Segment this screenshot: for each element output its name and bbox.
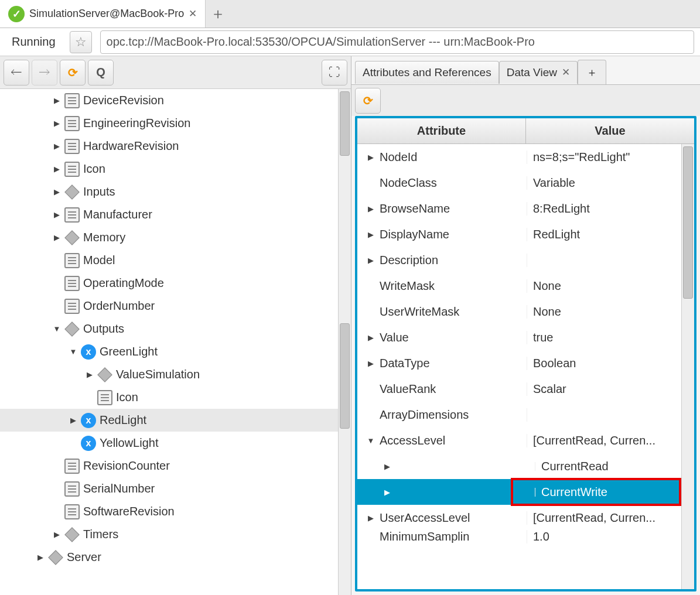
expander-icon[interactable]: ▶ (366, 514, 376, 522)
expander-icon[interactable]: ▶ (52, 142, 62, 151)
expander-icon[interactable]: ▶ (366, 230, 376, 239)
attribute-row[interactable]: ▶NodeIdns=8;s="RedLight" (357, 144, 694, 170)
attribute-name: DataType (380, 357, 430, 370)
tree-node[interactable]: ▶ValueSimulation (0, 363, 351, 386)
expander-icon[interactable]: ▶ (52, 233, 62, 242)
tree-node[interactable]: ▶Manufacturer (0, 203, 351, 226)
expander-icon[interactable]: ▶ (366, 359, 376, 368)
tree-node[interactable]: ▶Memory (0, 226, 351, 249)
tab-attributes[interactable]: Attributes and References (355, 61, 499, 84)
tree-node[interactable]: ▼xGreenLight (0, 340, 351, 363)
property-icon (64, 459, 80, 474)
search-button[interactable]: Q (88, 60, 114, 86)
tree-node[interactable]: ▶EngineeringRevision (0, 112, 351, 135)
favorite-button[interactable]: ☆ (70, 31, 92, 53)
object-icon (64, 184, 80, 200)
expander-icon[interactable]: ▶ (52, 187, 62, 196)
attribute-row[interactable]: ValueRankScalar (357, 376, 694, 402)
attribute-name: UserWriteMask (380, 305, 459, 319)
tree-node[interactable]: ▶Inputs (0, 180, 351, 203)
attribute-value: Scalar (527, 382, 694, 396)
tree-node[interactable]: xYellowLight (0, 432, 351, 454)
expander-icon[interactable]: ▶ (84, 370, 95, 379)
tree-scrollbar[interactable] (338, 89, 351, 595)
expander-icon[interactable]: ▶ (35, 553, 46, 562)
attribute-row[interactable]: ▶CurrentWrite (357, 479, 694, 505)
attribute-value: 1.0 (527, 530, 694, 543)
arrow-right-icon: 🡒 (39, 66, 50, 79)
expander-icon[interactable]: ▼ (52, 324, 62, 333)
attribute-row[interactable]: ▶DisplayNameRedLight (357, 221, 694, 247)
attr-scrollbar[interactable] (681, 144, 694, 589)
attribute-name: Description (380, 254, 438, 267)
expand-button[interactable]: ⛶ (322, 60, 347, 86)
expander-icon[interactable]: ▼ (68, 347, 78, 356)
tree-node-label: HardwareRevision (83, 139, 179, 153)
tree-node[interactable]: ▶HardwareRevision (0, 135, 351, 158)
tree-node[interactable]: ▶Timers (0, 523, 351, 546)
attribute-row[interactable]: ▶BrowseName8:RedLight (357, 196, 694, 221)
attribute-value: ns=8;s="RedLight" (527, 151, 694, 164)
refresh-button[interactable]: ⟳ (60, 60, 86, 86)
expander-icon[interactable]: ▶ (366, 333, 376, 342)
tree-node[interactable]: ▶xRedLight (0, 409, 351, 432)
attribute-row[interactable]: ▶UserAccessLevel[CurrentRead, Curren... (357, 505, 694, 531)
property-icon (64, 253, 80, 268)
status-row: Running ☆ opc.tcp://MacBook-Pro.local:53… (0, 28, 700, 56)
attribute-row[interactable]: ▶Description (357, 247, 694, 273)
tree-node[interactable]: OperatingMode (0, 272, 351, 295)
expander-icon[interactable]: ▶ (382, 488, 392, 497)
tree-node[interactable]: OrderNumber (0, 295, 351, 317)
expander-icon[interactable]: ▶ (366, 204, 376, 213)
attribute-row[interactable]: WriteMaskNone (357, 273, 694, 299)
tree-node[interactable]: RevisionCounter (0, 454, 351, 477)
expander-icon[interactable]: ▶ (52, 530, 62, 539)
expander-icon[interactable]: ▶ (68, 416, 78, 425)
expander-icon[interactable]: ▶ (366, 153, 376, 162)
expander-icon[interactable]: ▶ (52, 96, 62, 105)
tree-node[interactable]: ▼Outputs (0, 317, 351, 340)
attribute-value: 8:RedLight (527, 202, 694, 216)
attribute-row[interactable]: ▶Valuetrue (357, 324, 694, 350)
tree-node[interactable]: ▶DeviceRevision (0, 89, 351, 112)
col-value[interactable]: Value (526, 118, 694, 143)
connection-tab[interactable]: ✓ SimulationServer@MacBook-Pro ✕ (0, 0, 206, 28)
refresh-attributes-button[interactable]: ⟳ (355, 88, 381, 114)
attribute-name: DisplayName (380, 228, 449, 241)
attribute-row[interactable]: ▶CurrentRead (357, 453, 694, 479)
close-icon[interactable]: ✕ (189, 8, 197, 20)
expander-icon[interactable]: ▶ (52, 119, 62, 128)
attribute-row[interactable]: ▶DataTypeBoolean (357, 350, 694, 376)
tree-node-label: DeviceRevision (83, 94, 164, 107)
attribute-row[interactable]: UserWriteMaskNone (357, 299, 694, 324)
add-panel-tab-button[interactable]: ＋ (578, 60, 606, 85)
forward-button[interactable]: 🡒 (32, 60, 57, 86)
attribute-name: AccessLevel (380, 434, 445, 447)
tab-data-view[interactable]: Data View ✕ (499, 61, 578, 84)
tree-node[interactable]: SerialNumber (0, 477, 351, 500)
tree-node-label: SoftwareRevision (83, 505, 175, 518)
tree-node[interactable]: SoftwareRevision (0, 500, 351, 523)
attribute-row[interactable]: NodeClassVariable (357, 170, 694, 196)
tree-node[interactable]: ▶Icon (0, 158, 351, 180)
add-tab-button[interactable]: ＋ (206, 4, 230, 24)
address-space-tree[interactable]: ▶DeviceRevision▶EngineeringRevision▶Hard… (0, 89, 351, 595)
tree-node[interactable]: ▶Server (0, 546, 351, 569)
expander-icon[interactable]: ▼ (366, 436, 376, 445)
close-icon[interactable]: ✕ (562, 66, 570, 78)
address-field[interactable]: opc.tcp://MacBook-Pro.local:53530/OPCUA/… (100, 30, 694, 54)
back-button[interactable]: 🡐 (4, 60, 29, 86)
tree-node-label: RevisionCounter (83, 459, 170, 473)
tree-node[interactable]: Icon (0, 386, 351, 409)
expander-icon[interactable]: ▶ (366, 256, 376, 265)
tree-node[interactable]: Model (0, 249, 351, 272)
attribute-row[interactable]: ▼AccessLevel[CurrentRead, Curren... (357, 428, 694, 453)
expander-icon[interactable]: ▶ (52, 165, 62, 173)
col-attribute[interactable]: Attribute (357, 118, 526, 143)
attribute-row[interactable]: MinimumSamplin1.0 (357, 531, 694, 542)
expander-icon[interactable]: ▶ (382, 462, 392, 471)
arrow-left-icon: 🡐 (11, 66, 22, 79)
attribute-row[interactable]: ArrayDimensions (357, 402, 694, 428)
expander-icon[interactable]: ▶ (52, 210, 62, 219)
attribute-name: NodeClass (380, 176, 437, 190)
